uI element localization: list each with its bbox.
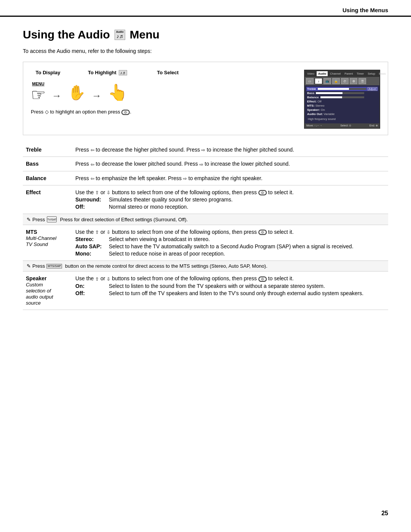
page-number: 25 bbox=[381, 510, 388, 517]
screen-content: Treble Adjust Bass bbox=[305, 85, 379, 123]
hand-press-icon-1: ☞ bbox=[31, 87, 46, 104]
step1-icon-group: MENU ☞ bbox=[31, 81, 46, 104]
bass-label-cell: Bass bbox=[23, 157, 72, 171]
screen-footer: Move: ↑↓←→ Select: ⊙ End: ⊗ bbox=[305, 123, 379, 128]
effect-note-cell: ✎ Press TV/SAT Press for direct selectio… bbox=[23, 214, 388, 225]
mts-label-italic: Multi-ChannelTV Sound bbox=[26, 235, 56, 247]
mts-desc-cell: Use the ⇧ or ⇩ buttons to select from on… bbox=[72, 225, 388, 261]
step2-group: To Highlight ♪♬ bbox=[88, 70, 134, 75]
speaker-on-option: On: Select to listen to the sound from t… bbox=[75, 283, 385, 289]
mts-note-cell: ✎ Press MTS/SAP button on the remote con… bbox=[23, 261, 388, 272]
speaker-off-option: Off: Select to turn off the TV speakers … bbox=[75, 290, 385, 296]
left-arrow-icon-2: ⇦ bbox=[91, 162, 94, 167]
screen-footer-select: Select: ⊙ bbox=[340, 124, 351, 127]
step3-group: To Select bbox=[153, 70, 183, 75]
screen-icon-3: 📺 bbox=[323, 78, 331, 84]
settings-table: Treble Press ⇦ to decrease the higher pi… bbox=[23, 143, 388, 310]
balance-row: Balance Press ⇦ to emphasize the left sp… bbox=[23, 171, 388, 185]
screen-balance-row: Balance bbox=[306, 95, 378, 99]
screen-preview: Video Audio Channel Parent Timer Setup B… bbox=[304, 70, 380, 129]
tv-sat-icon: TV/SAT bbox=[47, 216, 57, 222]
screen-treble-row: Treble Adjust bbox=[306, 87, 378, 91]
screen-effect-row: Effect: Off bbox=[306, 99, 378, 104]
pencil-icon-effect: ✎ bbox=[27, 217, 31, 222]
up-arrow-icon-speaker: ⇧ bbox=[95, 276, 99, 282]
speaker-row: Speaker Customselection ofaudio outputso… bbox=[23, 272, 388, 310]
title-text-part2: Menu bbox=[130, 28, 159, 41]
steps-icons-area: MENU ☞ → ✋ → 👆 bbox=[31, 81, 296, 104]
screen-footer-move: Move: ↑↓←→ bbox=[306, 124, 322, 127]
screen-icon-5: ⏱ bbox=[341, 78, 349, 84]
screen-footer-end: End: ⊗ bbox=[370, 124, 378, 127]
title-text-part1: Using the Audio bbox=[23, 28, 110, 41]
to-highlight-label: To Highlight bbox=[88, 70, 116, 75]
screen-icon-1: ▭ bbox=[306, 78, 314, 84]
select-icon-speaker: ⊙ bbox=[258, 276, 267, 282]
select-icon-mts: ⊙ bbox=[258, 230, 267, 235]
treble-label-cell: Treble bbox=[23, 143, 72, 157]
header-title: Using the Menus bbox=[342, 7, 388, 13]
speaker-desc-cell: Use the ⇧ or ⇩ buttons to select from on… bbox=[72, 272, 388, 310]
mts-mono-option: Mono: Select to reduce noise in areas of… bbox=[75, 251, 385, 257]
screen-bass-row: Bass bbox=[306, 91, 378, 95]
right-arrow-icon: ⇨ bbox=[201, 147, 205, 153]
hand-press-icon-3: 👆 bbox=[108, 85, 127, 101]
screen-tab-audio: Audio bbox=[317, 71, 328, 76]
main-content: Using the Audio Audio ♪♬ Menu To access … bbox=[0, 17, 411, 325]
screen-tab-setup: Setup bbox=[366, 71, 377, 76]
effect-off-option: Off: Normal stereo or mono reception. bbox=[75, 204, 385, 210]
bass-desc-cell: Press ⇦ to decrease the lower pitched so… bbox=[72, 157, 388, 171]
intro-paragraph: To access the Audio menu, refer to the f… bbox=[23, 48, 388, 54]
instructions-left: To Display To Highlight ♪♬ To Select bbox=[31, 70, 296, 115]
steps-labels-row: To Display To Highlight ♪♬ To Select bbox=[31, 70, 296, 75]
left-arrow-icon: ⇦ bbox=[91, 147, 94, 153]
mts-row: MTS Multi-ChannelTV Sound Use the ⇧ or ⇩… bbox=[23, 225, 388, 261]
select-button-icon: ⊙ bbox=[121, 110, 130, 115]
right-arrow-icon-3: ⇨ bbox=[183, 176, 187, 181]
screen-icon-6: ⚙ bbox=[350, 78, 357, 84]
up-arrow-icon-mts: ⇧ bbox=[95, 230, 99, 235]
screen-tab-timer: Timer bbox=[355, 71, 365, 76]
screen-tab-video: Video bbox=[306, 71, 316, 76]
screen-icon-7: ☰ bbox=[358, 78, 366, 84]
screen-audioout-row: Audio Out: Variable bbox=[306, 112, 378, 116]
treble-row: Treble Press ⇦ to decrease the higher pi… bbox=[23, 143, 388, 157]
screen-icons-row: ▭ ♪ 📺 🔒 ⏱ ⚙ ☰ bbox=[305, 77, 379, 85]
mts-stereo-option: Stereo: Select when viewing a broadcast … bbox=[75, 236, 385, 242]
step2-icon-group: ✋ bbox=[68, 85, 86, 100]
screen-description: High frequency sound bbox=[306, 116, 378, 122]
bass-row: Bass Press ⇦ to decrease the lower pitch… bbox=[23, 157, 388, 171]
screen-tab-basic: Basic bbox=[378, 71, 387, 76]
screen-tab-channel: Channel bbox=[328, 71, 342, 76]
select-icon-effect: ⊙ bbox=[258, 190, 267, 195]
speaker-label-cell: Speaker Customselection ofaudio outputso… bbox=[23, 272, 72, 310]
instructions-box: To Display To Highlight ♪♬ To Select bbox=[23, 62, 388, 135]
mts-note-row: ✎ Press MTS/SAP button on the remote con… bbox=[23, 261, 388, 272]
mts-sap-badge: MTS/SAP bbox=[46, 264, 62, 268]
mts-autosap-option: Auto SAP: Select to have the TV automati… bbox=[75, 243, 385, 249]
to-highlight-audio-icon: ♪♬ bbox=[119, 70, 127, 75]
hand-press-icon-2: ✋ bbox=[68, 85, 86, 100]
screen-icon-2: ♪ bbox=[315, 78, 322, 84]
screen-icon-4: 🔒 bbox=[332, 78, 340, 84]
effect-label-cell: Effect bbox=[23, 185, 72, 214]
up-arrow-icon-effect: ⇧ bbox=[95, 190, 99, 195]
step3-icon-group: 👆 bbox=[108, 85, 127, 101]
balance-desc-cell: Press ⇦ to emphasize the left speaker. P… bbox=[72, 171, 388, 185]
effect-surround-option: Surround: Simulates theater quality soun… bbox=[75, 197, 385, 203]
screen-tabs: Video Audio Channel Parent Timer Setup B… bbox=[305, 70, 379, 77]
header-bar: Using the Menus bbox=[0, 0, 411, 17]
mts-label-cell: MTS Multi-ChannelTV Sound bbox=[23, 225, 72, 261]
to-display-label: To Display bbox=[36, 70, 61, 75]
down-arrow-icon-effect: ⇩ bbox=[107, 190, 110, 195]
section-title: Using the Audio Audio ♪♬ Menu bbox=[23, 28, 388, 41]
press-instruction: Press ◇ to highlight an option then pres… bbox=[31, 109, 296, 115]
down-arrow-icon-speaker: ⇩ bbox=[107, 276, 110, 282]
effect-row: Effect Use the ⇧ or ⇩ buttons to select … bbox=[23, 185, 388, 214]
right-arrow-icon-2: ⇨ bbox=[199, 162, 203, 167]
effect-note-row: ✎ Press TV/SAT Press for direct selectio… bbox=[23, 214, 388, 225]
page-container: Using the Menus Using the Audio Audio ♪♬… bbox=[0, 0, 411, 532]
to-select-label: To Select bbox=[157, 70, 179, 75]
screen-tab-parent: Parent bbox=[343, 71, 354, 76]
speaker-label-italic: Customselection ofaudio outputsource bbox=[26, 282, 53, 306]
